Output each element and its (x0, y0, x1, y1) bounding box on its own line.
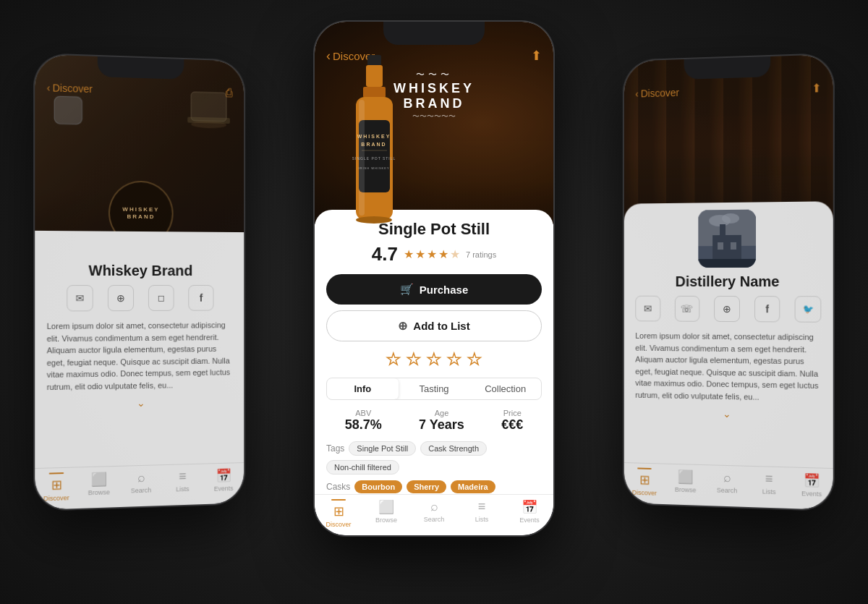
right-distillery-image (698, 210, 756, 268)
add-to-list-button[interactable]: ⊕ Add to List (326, 310, 542, 341)
left-email-icon[interactable]: ✉ (67, 285, 93, 311)
left-tab-discover[interactable]: ⊞ Discover (35, 472, 77, 502)
user-star-3[interactable]: ★ (427, 350, 441, 369)
right-web-icon[interactable]: ⊕ (714, 296, 739, 322)
center-tab-bar: ⊞ Discover ⬜ Browse ⌕ Search ≡ Lists 📅 E… (315, 494, 553, 535)
left-browse-label: Browse (88, 488, 110, 496)
user-star-4[interactable]: ★ (447, 350, 461, 369)
center-user-stars[interactable]: ★ ★ ★ ★ ★ (326, 350, 542, 369)
right-expand-arrow[interactable]: ⌄ (635, 407, 821, 422)
cask-sherry: Sherry (407, 480, 446, 493)
left-notch (98, 56, 184, 80)
center-price-stat: Price €€€ (501, 409, 523, 433)
left-content-card: Whiskey Brand ✉ ⊕ ◻ f Lorem ipsum dolor … (35, 242, 244, 468)
right-email-icon[interactable]: ✉ (635, 296, 660, 322)
center-price-label: Price (501, 409, 523, 417)
cask-bourbon: Bourbon (354, 480, 402, 493)
right-twitter-icon[interactable]: 🐦 (795, 296, 821, 323)
right-events-icon: 📅 (804, 472, 820, 489)
right-content-card: Distillery Name ✉ ☏ ⊕ f 🐦 Lorem ipsum do… (624, 201, 833, 468)
center-screen: ‹ Discover ⬆ 〜〜〜 WHISKEY BRAND 〜〜〜〜〜〜 (315, 22, 553, 535)
center-share-button[interactable]: ⬆ (531, 48, 542, 64)
left-body-text: Lorem ipsum dolor sit amet, consectetur … (47, 319, 233, 393)
tag-single-pot-still: Single Pot Still (349, 441, 416, 456)
center-lists-icon: ≡ (478, 499, 486, 514)
right-lists-label: Lists (762, 488, 776, 496)
bottle-svg: WHISKEY BRAND SINGLE POT STILL IRISH WHI… (340, 55, 409, 229)
left-expand-arrow[interactable]: ⌄ (47, 396, 233, 411)
right-lists-icon: ≡ (765, 472, 773, 487)
center-tab-events[interactable]: 📅 Events (506, 499, 553, 528)
tag-non-chill: Non-chill filtered (326, 460, 399, 475)
star-5: ★ (450, 247, 460, 261)
center-tab-lists[interactable]: ≡ Lists (458, 499, 506, 528)
right-discover-indicator (637, 467, 651, 469)
center-rating-count: 7 ratings (466, 250, 496, 259)
center-casks-row: Casks Bourbon Sherry Madeira (326, 480, 542, 493)
left-web-icon[interactable]: ⊕ (108, 285, 134, 311)
right-events-label: Events (801, 490, 822, 498)
center-events-icon: 📅 (522, 499, 537, 515)
left-facebook-icon[interactable]: f (188, 285, 213, 311)
cask-madeira: Madeira (451, 480, 495, 493)
left-discover-icon: ⊞ (51, 477, 61, 493)
right-back-chevron: ‹ (635, 88, 639, 99)
right-tab-browse[interactable]: ⬜ Browse (665, 469, 706, 498)
left-instagram-icon[interactable]: ◻ (148, 285, 174, 311)
center-hero: ‹ Discover ⬆ 〜〜〜 WHISKEY BRAND 〜〜〜〜〜〜 (315, 22, 553, 224)
right-phone: ‹ Discover ⬆ (624, 54, 833, 510)
right-facebook-icon[interactable]: f (754, 296, 780, 322)
add-to-list-label: Add to List (413, 320, 469, 332)
center-stats-row: ABV 58.7% Age 7 Years Price €€€ (326, 409, 542, 433)
right-nav-back[interactable]: ‹ Discover (635, 86, 679, 99)
left-back-label: Discover (53, 82, 93, 95)
tab-info[interactable]: Info (327, 378, 399, 399)
left-search-icon: ⌕ (137, 470, 145, 485)
plus-icon: ⊕ (398, 319, 407, 333)
center-tab-discover[interactable]: ⊞ Discover (315, 499, 362, 528)
right-body-text: Lorem ipsum dolor sit amet, consectetur … (635, 330, 821, 404)
left-events-label: Events (214, 485, 234, 493)
left-back-chevron: ‹ (47, 82, 51, 93)
left-tab-search[interactable]: ⌕ Search (120, 469, 162, 500)
right-search-label: Search (717, 487, 737, 495)
center-rating-number: 4.7 (372, 243, 398, 265)
left-browse-icon: ⬜ (91, 471, 107, 488)
left-product-name: Whiskey Brand (47, 263, 233, 279)
center-tags-row: Tags Single Pot Still Cask Strength Non-… (326, 441, 542, 475)
svg-rect-4 (367, 55, 381, 66)
right-distillery-thumb (698, 210, 756, 268)
right-phone-icon[interactable]: ☏ (674, 296, 699, 322)
left-tab-lists[interactable]: ≡ Lists (162, 469, 203, 498)
purchase-label: Purchase (420, 284, 469, 296)
right-discover-icon: ⊞ (639, 472, 650, 488)
svg-rect-5 (366, 65, 383, 87)
center-tab-browse[interactable]: ⬜ Browse (362, 499, 410, 528)
right-tab-search[interactable]: ⌕ Search (706, 469, 748, 500)
svg-rect-6 (363, 87, 386, 98)
left-tab-events[interactable]: 📅 Events (203, 467, 244, 497)
tab-collection[interactable]: Collection (469, 378, 541, 399)
center-discover-indicator (331, 499, 346, 501)
right-tab-lists[interactable]: ≡ Lists (748, 471, 791, 501)
purchase-button[interactable]: 🛒 Purchase (326, 274, 542, 305)
left-tab-browse[interactable]: ⬜ Browse (78, 471, 121, 501)
right-share-button[interactable]: ⬆ (812, 81, 821, 95)
left-social-row: ✉ ⊕ ◻ f (47, 285, 233, 312)
center-bottle: WHISKEY BRAND SINGLE POT STILL IRISH WHI… (340, 55, 409, 231)
right-tab-discover[interactable]: ⊞ Discover (624, 467, 665, 497)
right-social-row: ✉ ☏ ⊕ f 🐦 (635, 296, 821, 323)
user-star-1[interactable]: ★ (386, 350, 401, 369)
tab-tasting[interactable]: Tasting (399, 378, 470, 399)
left-nav-back[interactable]: ‹ Discover (47, 82, 93, 95)
user-star-2[interactable]: ★ (407, 350, 421, 369)
right-tab-events[interactable]: 📅 Events (790, 472, 833, 502)
user-star-5[interactable]: ★ (467, 350, 482, 369)
left-share-button[interactable]: ⎙ (226, 87, 233, 100)
center-tab-search[interactable]: ⌕ Search (410, 499, 458, 528)
center-search-icon: ⌕ (430, 499, 438, 514)
right-browse-icon: ⬜ (678, 469, 694, 485)
center-notch (383, 22, 485, 45)
left-lists-label: Lists (176, 485, 189, 493)
left-events-icon: 📅 (216, 467, 231, 483)
